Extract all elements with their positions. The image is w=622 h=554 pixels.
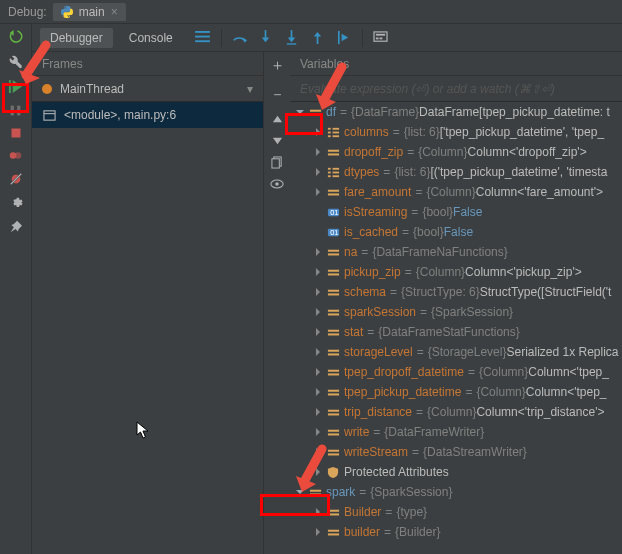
remove-watch-icon[interactable]: － bbox=[270, 85, 285, 104]
expr-placeholder: Evaluate expression (⏎) or add a watch (… bbox=[300, 82, 555, 96]
var-tpep_dropoff_datetime[interactable]: tpep_dropoff_datetime={Column} Column<'t… bbox=[290, 362, 622, 382]
var-dtypes[interactable]: dtypes={list: 6} [('tpep_pickup_datetime… bbox=[290, 162, 622, 182]
debugger-tab[interactable]: Debugger bbox=[40, 28, 113, 48]
var-isStreaming[interactable]: 01isStreaming={bool} False bbox=[290, 202, 622, 222]
shield-icon bbox=[326, 465, 340, 479]
down-icon[interactable] bbox=[272, 135, 283, 146]
close-icon[interactable]: × bbox=[111, 5, 118, 19]
chevron-right-icon[interactable] bbox=[312, 406, 324, 418]
run-config-tab[interactable]: main × bbox=[53, 3, 126, 21]
var-columns[interactable]: columns={list: 6} ['tpep_pickup_datetime… bbox=[290, 122, 622, 142]
chevron-right-icon[interactable] bbox=[312, 366, 324, 378]
svg-rect-9 bbox=[195, 31, 210, 33]
var-tpep_pickup_datetime[interactable]: tpep_pickup_datetime={Column} Column<'tp… bbox=[290, 382, 622, 402]
chevron-down-icon[interactable] bbox=[294, 486, 306, 498]
var-schema[interactable]: schema={StructType: 6} StructType([Struc… bbox=[290, 282, 622, 302]
thread-selector[interactable]: MainThread ▾ bbox=[32, 76, 263, 102]
chevron-right-icon[interactable] bbox=[312, 166, 324, 178]
chevron-right-icon[interactable] bbox=[312, 426, 324, 438]
var-write[interactable]: write={DataFrameWriter} bbox=[290, 422, 622, 442]
svg-rect-33 bbox=[327, 135, 330, 137]
settings-icon[interactable] bbox=[9, 196, 23, 210]
evaluate-expression-input[interactable]: Evaluate expression (⏎) or add a watch (… bbox=[290, 76, 622, 102]
svg-rect-34 bbox=[332, 135, 339, 137]
chevron-down-icon[interactable] bbox=[294, 106, 306, 118]
var-protected[interactable]: Protected Attributes bbox=[290, 462, 622, 482]
pause-icon[interactable] bbox=[9, 104, 22, 117]
resume-icon[interactable] bbox=[8, 79, 23, 94]
debug-left-rail bbox=[0, 24, 32, 554]
var-fare_amount[interactable]: fare_amount={Column} Column<'fare_amount… bbox=[290, 182, 622, 202]
svg-point-5 bbox=[15, 152, 22, 159]
chevron-right-icon[interactable] bbox=[312, 286, 324, 298]
threads-icon[interactable] bbox=[195, 30, 211, 46]
var-name: write bbox=[344, 425, 369, 439]
var-storageLevel[interactable]: storageLevel={StorageLevel} Serialized 1… bbox=[290, 342, 622, 362]
chevron-right-icon[interactable] bbox=[312, 126, 324, 138]
chevron-right-icon[interactable] bbox=[312, 146, 324, 158]
copy-icon[interactable] bbox=[271, 156, 283, 169]
mute-breakpoints-icon[interactable] bbox=[9, 172, 23, 186]
up-icon[interactable] bbox=[272, 114, 283, 125]
svg-rect-65 bbox=[327, 409, 338, 411]
chevron-right-icon[interactable] bbox=[312, 186, 324, 198]
svg-rect-30 bbox=[332, 127, 339, 129]
var-spark[interactable]: spark={SparkSession} bbox=[290, 482, 622, 502]
chevron-right-icon[interactable] bbox=[312, 386, 324, 398]
view-breakpoints-icon[interactable] bbox=[9, 149, 22, 162]
var-pickup_zip[interactable]: pickup_zip={Column} Column<'pickup_zip'> bbox=[290, 262, 622, 282]
chevron-right-icon[interactable] bbox=[312, 466, 324, 478]
chevron-right-icon[interactable] bbox=[312, 326, 324, 338]
chevron-right-icon[interactable] bbox=[312, 266, 324, 278]
var-sparkSession[interactable]: sparkSession={SparkSession} bbox=[290, 302, 622, 322]
var-stat[interactable]: stat={DataFrameStatFunctions} bbox=[290, 322, 622, 342]
run-to-cursor-icon[interactable] bbox=[336, 30, 352, 46]
add-watch-icon[interactable]: ＋ bbox=[270, 56, 285, 75]
var-Builder[interactable]: Builder={type} bbox=[290, 502, 622, 522]
var-dropoff_zip[interactable]: dropoff_zip={Column} Column<'dropoff_zip… bbox=[290, 142, 622, 162]
chevron-right-icon[interactable] bbox=[312, 446, 324, 458]
var-name: builder bbox=[344, 525, 380, 539]
svg-rect-36 bbox=[327, 153, 338, 155]
var-builder[interactable]: builder={Builder} bbox=[290, 522, 622, 542]
variables-tree[interactable]: df={DataFrame} DataFrame[tpep_pickup_dat… bbox=[290, 102, 622, 542]
var-writeStream[interactable]: writeStream={DataStreamWriter} bbox=[290, 442, 622, 462]
run-config-label: main bbox=[79, 5, 105, 19]
chevron-right-icon[interactable] bbox=[312, 306, 324, 318]
var-trip_distance[interactable]: trip_distance={Column} Column<'trip_dist… bbox=[290, 402, 622, 422]
var-is_cached[interactable]: 01is_cached={bool} False bbox=[290, 222, 622, 242]
svg-rect-68 bbox=[327, 433, 338, 435]
stop-icon[interactable] bbox=[10, 127, 22, 139]
chevron-right-icon[interactable] bbox=[312, 526, 324, 538]
svg-rect-53 bbox=[327, 289, 338, 291]
console-tab[interactable]: Console bbox=[119, 28, 183, 48]
step-over-icon[interactable] bbox=[232, 30, 248, 46]
svg-rect-44 bbox=[327, 193, 338, 195]
svg-rect-38 bbox=[332, 167, 339, 169]
var-name: isStreaming bbox=[344, 205, 407, 219]
evaluate-icon[interactable] bbox=[373, 30, 389, 46]
var-df[interactable]: df={DataFrame} DataFrame[tpep_pickup_dat… bbox=[290, 102, 622, 122]
svg-rect-21 bbox=[43, 110, 54, 119]
var-na[interactable]: na={DataFrameNaFunctions} bbox=[290, 242, 622, 262]
step-into-icon[interactable] bbox=[258, 30, 274, 46]
type-icon bbox=[308, 105, 322, 119]
var-name: fare_amount bbox=[344, 185, 411, 199]
type-icon bbox=[326, 385, 340, 399]
step-into-my-icon[interactable] bbox=[284, 30, 300, 46]
frame-item[interactable]: <module>, main.py:6 bbox=[32, 102, 263, 128]
type-icon bbox=[326, 325, 340, 339]
chevron-right-icon[interactable] bbox=[312, 506, 324, 518]
chevron-right-icon[interactable] bbox=[312, 346, 324, 358]
wrench-icon[interactable] bbox=[9, 55, 23, 69]
svg-rect-71 bbox=[309, 489, 320, 491]
type-icon: 01 bbox=[326, 225, 340, 239]
rerun-icon[interactable] bbox=[8, 30, 23, 45]
chevron-right-icon[interactable] bbox=[312, 246, 324, 258]
variables-pane: ＋ － Variables Evaluate expression (⏎) or… bbox=[264, 52, 622, 554]
pin-icon[interactable] bbox=[9, 220, 22, 233]
show-watches-icon[interactable] bbox=[270, 179, 284, 189]
var-name: schema bbox=[344, 285, 386, 299]
step-out-icon[interactable] bbox=[310, 30, 326, 46]
var-name: trip_distance bbox=[344, 405, 412, 419]
